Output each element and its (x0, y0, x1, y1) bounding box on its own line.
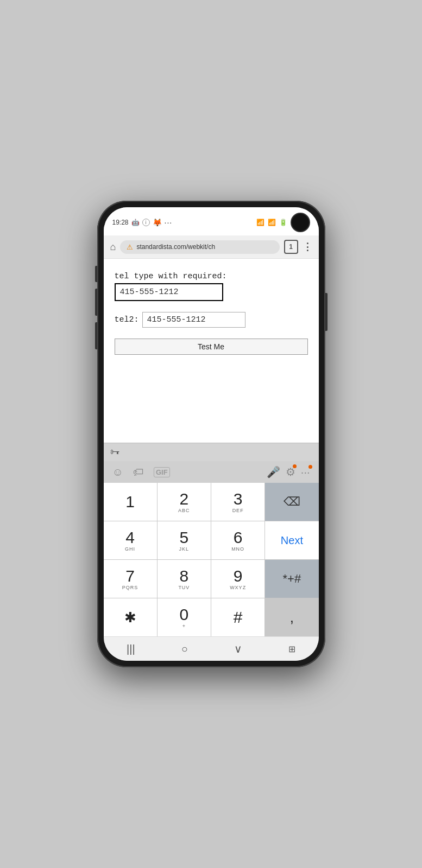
key-3[interactable]: 3 DEF (211, 483, 264, 521)
keyboard-top-bar: ☺ 🏷 GIF 🎤 ⚙ ··· (104, 461, 319, 483)
key-special-symbols[interactable]: *+# (265, 560, 318, 598)
nav-recents-icon[interactable]: ∨ (234, 642, 242, 655)
tab-count-badge[interactable]: 1 (284, 240, 298, 254)
next-key[interactable]: Next (265, 521, 318, 559)
nav-back-icon[interactable]: ||| (127, 643, 135, 655)
tel2-label: tel2: (115, 315, 139, 324)
front-camera (291, 213, 310, 232)
settings-notification-dot (293, 464, 297, 468)
sticker-icon[interactable]: 🏷 (133, 466, 144, 478)
keyboard-toolbar: 🗝 (104, 443, 319, 461)
key-2[interactable]: 2 ABC (158, 483, 211, 521)
key-8[interactable]: 8 TUV (158, 560, 211, 598)
next-label: Next (281, 534, 303, 547)
bottom-navigation: ||| ○ ∨ ⊞ (104, 636, 319, 661)
more-dots: ··· (165, 218, 173, 227)
gif-icon[interactable]: GIF (154, 467, 170, 477)
firefox-icon: 🦊 (153, 218, 162, 227)
microphone-icon[interactable]: 🎤 (267, 465, 280, 478)
key-4[interactable]: 4 GHI (104, 521, 157, 559)
backspace-key[interactable]: ⌫ (265, 483, 318, 521)
browser-menu-button[interactable]: ⋮ (303, 241, 312, 253)
browser-toolbar: ⌂ ⚠ standardista.com/webkit/ch 1 ⋮ (104, 235, 319, 259)
key-6[interactable]: 6 MNO (211, 521, 264, 559)
info-icon: i (142, 219, 150, 226)
settings-icon-wrap[interactable]: ⚙ (286, 465, 295, 478)
key-asterisk[interactable]: ✱ (104, 598, 157, 636)
more-options-wrap[interactable]: ··· (301, 466, 310, 478)
tel-required-label: tel type with required: (115, 272, 308, 281)
numpad: 1 2 ABC 3 DEF ⌫ 4 GHI 5 JKL (104, 483, 319, 636)
key-5[interactable]: 5 JKL (158, 521, 211, 559)
tel-required-input[interactable] (115, 283, 223, 301)
time-display: 19:28 (112, 219, 129, 226)
key-7[interactable]: 7 PQRS (104, 560, 157, 598)
security-warning-icon: ⚠ (127, 243, 133, 251)
tel2-input[interactable] (142, 312, 245, 328)
tel-required-group: tel type with required: (115, 272, 308, 301)
wifi-icon: 📶 (256, 219, 264, 226)
tel2-group: tel2: (115, 312, 308, 328)
test-me-button[interactable]: Test Me (115, 339, 308, 355)
web-content: tel type with required: tel2: Test Me (104, 259, 319, 443)
signal-icon: 📶 (268, 219, 276, 226)
nav-keyboard-icon[interactable]: ⊞ (288, 644, 295, 654)
key-comma[interactable]: , (265, 598, 318, 636)
home-button[interactable]: ⌂ (110, 241, 116, 253)
url-bar[interactable]: ⚠ standardista.com/webkit/ch (120, 240, 279, 254)
battery-icon: 🔋 (279, 219, 287, 226)
key-1[interactable]: 1 (104, 483, 157, 521)
key-0[interactable]: 0 + (158, 598, 211, 636)
url-text: standardista.com/webkit/ch (136, 243, 215, 251)
emoji-icon[interactable]: ☺ (112, 466, 123, 478)
status-bar: 19:28 🤖 i 🦊 ··· 📶 📶 🔋 (104, 207, 319, 235)
key-hash[interactable]: # (211, 598, 264, 636)
android-icon: 🤖 (131, 219, 140, 226)
backspace-icon: ⌫ (284, 495, 300, 509)
key-icon: 🗝 (110, 446, 120, 458)
key-9[interactable]: 9 WXYZ (211, 560, 264, 598)
more-notification-dot (308, 465, 312, 469)
nav-home-icon[interactable]: ○ (181, 643, 188, 655)
